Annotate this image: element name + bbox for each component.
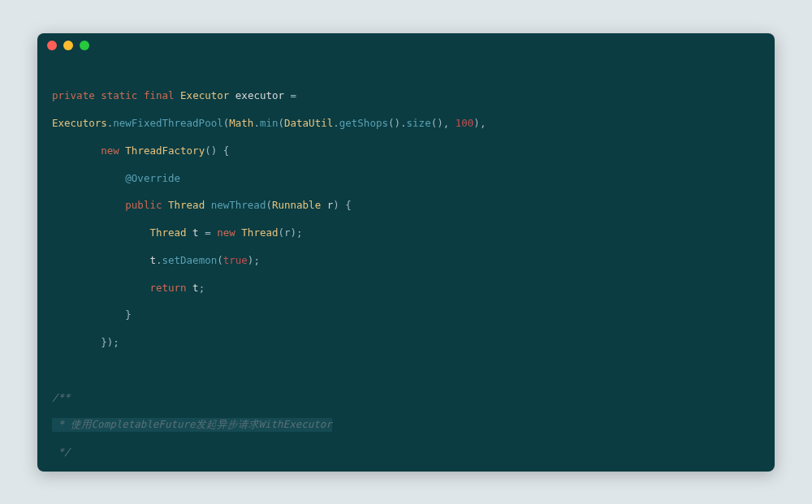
close-icon[interactable] (47, 41, 57, 50)
code-line: } (52, 308, 760, 322)
minimize-icon[interactable] (63, 41, 73, 50)
code-line: private static final Executor executor = (52, 89, 760, 103)
code-line: Executors.newFixedThreadPool(Math.min(Da… (52, 117, 760, 131)
code-line: * 使用CompletableFuture发起异步请求WithExecutor (52, 418, 760, 432)
window-titlebar (37, 33, 775, 58)
code-line: Thread t = new Thread(r); (52, 226, 760, 240)
code-editor[interactable]: private static final Executor executor =… (37, 58, 775, 472)
code-line: new ThreadFactory() { (52, 144, 760, 158)
code-line (52, 364, 760, 377)
code-line: @Override (52, 172, 760, 186)
maximize-icon[interactable] (80, 41, 89, 50)
code-line: /** (52, 391, 760, 405)
code-line: return t; (52, 282, 760, 295)
code-line: }); (52, 336, 760, 350)
code-line: t.setDaemon(true); (52, 254, 760, 268)
code-line: public Thread newThread(Runnable r) { (52, 199, 760, 213)
code-line: */ (52, 446, 760, 459)
code-window: private static final Executor executor =… (37, 33, 775, 472)
